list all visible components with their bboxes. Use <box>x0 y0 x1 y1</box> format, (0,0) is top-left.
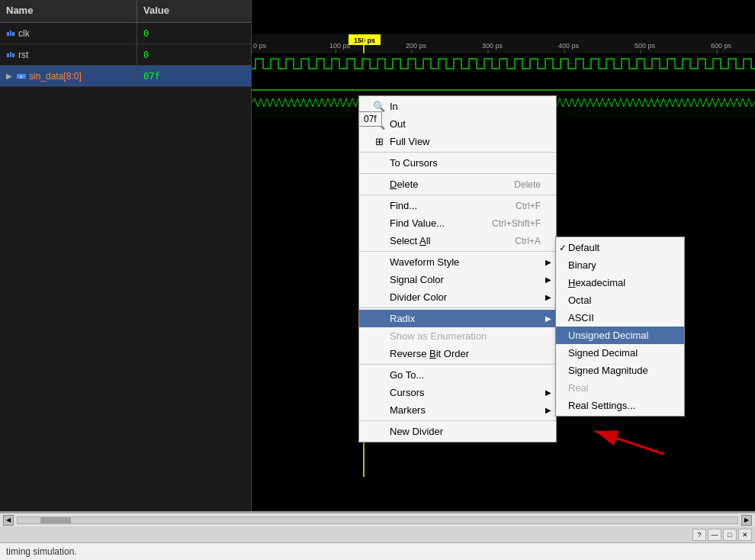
full-view-icon: ⊞ <box>371 136 387 147</box>
submenu-arrow: ▶ <box>545 314 551 323</box>
clk-label: clk <box>18 28 30 39</box>
scroll-track[interactable] <box>17 517 738 524</box>
svg-rect-4 <box>10 52 11 57</box>
signal-row-sin-data[interactable]: ▶ B sin_data[8:0] 07f <box>0 66 251 87</box>
signal-header-name: Name <box>0 0 137 22</box>
separator-4 <box>359 251 556 252</box>
reset-icon <box>6 50 15 60</box>
svg-rect-27 <box>252 75 755 96</box>
value-box: 07f <box>358 111 382 127</box>
submenu-item-default[interactable]: ✓ Default <box>556 239 684 256</box>
close-button[interactable]: ✕ <box>738 529 752 541</box>
signal-name-rst: rst <box>0 44 137 65</box>
submenu-arrow: ▶ <box>545 406 551 414</box>
bottom-panel: ◀ ▶ ? — □ ✕ timing simulation. <box>0 511 755 560</box>
separator-2 <box>359 173 556 174</box>
submenu-arrow: ▶ <box>545 388 551 397</box>
clk-value: 0 <box>137 25 155 42</box>
menu-item-zoom-out[interactable]: 🔍 Out <box>359 115 556 133</box>
check-icon: ✓ <box>559 243 567 253</box>
menu-item-zoom-in[interactable]: 🔍 In <box>359 98 556 115</box>
scroll-thumb[interactable] <box>40 517 71 523</box>
radix-submenu: ✓ Default Binary Hexadecimal Octal ASCII… <box>555 237 685 417</box>
submenu-item-unsigned-decimal[interactable]: Unsigned Decimal <box>556 327 684 344</box>
svg-rect-5 <box>12 53 14 57</box>
signal-name-clk: clk <box>0 23 137 43</box>
signal-row-rst[interactable]: rst 0 <box>0 44 251 66</box>
menu-item-waveform-style[interactable]: Waveform Style ▶ <box>359 253 556 271</box>
sin-data-label: sin_data[8:0] <box>29 71 82 82</box>
submenu-item-real-settings[interactable]: Real Settings... <box>556 397 684 414</box>
bus-icon: B <box>17 72 26 81</box>
submenu-item-hexadecimal[interactable]: Hexadecimal <box>556 274 684 291</box>
signal-name-sin-data: ▶ B sin_data[8:0] <box>0 66 137 86</box>
signal-header-value: Value <box>137 0 175 22</box>
menu-item-delete[interactable]: Delete Delete <box>359 175 556 193</box>
svg-rect-1 <box>10 31 11 36</box>
scrollbar-area: ◀ ▶ <box>0 513 755 526</box>
svg-text:200 ps: 200 ps <box>406 42 427 50</box>
submenu-item-octal[interactable]: Octal <box>556 291 684 309</box>
submenu-arrow: ▶ <box>545 293 551 301</box>
menu-item-signal-color[interactable]: Signal Color ▶ <box>359 271 556 288</box>
status-text: timing simulation. <box>0 543 755 560</box>
svg-text:150 ps: 150 ps <box>354 37 375 44</box>
menu-item-new-divider[interactable]: New Divider <box>359 423 556 440</box>
rst-value: 0 <box>137 47 155 63</box>
svg-text:0 ps: 0 ps <box>253 42 267 50</box>
menu-item-go-to[interactable]: Go To... <box>359 366 556 384</box>
sin-data-value: 07f <box>137 68 166 85</box>
menu-item-radix[interactable]: Radix ▶ <box>359 310 556 327</box>
bottom-toolbar: ? — □ ✕ <box>0 526 755 543</box>
svg-rect-2 <box>12 32 14 36</box>
menu-item-show-enum[interactable]: Show as Enumeration <box>359 327 556 345</box>
clock-icon <box>6 29 15 38</box>
rst-label: rst <box>18 50 28 60</box>
submenu-item-binary[interactable]: Binary <box>556 256 684 274</box>
svg-text:400 ps: 400 ps <box>558 42 580 50</box>
svg-text:500 ps: 500 ps <box>635 42 656 50</box>
svg-rect-3 <box>7 53 9 57</box>
svg-rect-0 <box>7 32 9 36</box>
scroll-right-arrow[interactable]: ▶ <box>741 515 752 526</box>
menu-item-find[interactable]: Find... Ctrl+F <box>359 197 556 214</box>
context-menu: 🔍 In 🔍 Out ⊞ Full View To Cursors Delete… <box>358 95 557 443</box>
maximize-button[interactable]: □ <box>723 529 737 541</box>
menu-item-markers[interactable]: Markers ▶ <box>359 401 556 419</box>
submenu-item-signed-decimal[interactable]: Signed Decimal <box>556 344 684 362</box>
submenu-item-ascii[interactable]: ASCII <box>556 309 684 327</box>
menu-item-divider-color[interactable]: Divider Color ▶ <box>359 288 556 306</box>
svg-text:100 ps: 100 ps <box>329 42 351 50</box>
menu-item-full-view[interactable]: ⊞ Full View <box>359 133 556 150</box>
help-button[interactable]: ? <box>692 529 706 541</box>
separator-6 <box>359 364 556 365</box>
scroll-left-arrow[interactable]: ◀ <box>3 515 14 526</box>
svg-text:300 ps: 300 ps <box>482 42 503 50</box>
submenu-item-signed-magnitude[interactable]: Signed Magnitude <box>556 362 684 379</box>
menu-item-select-all[interactable]: Select All Ctrl+A <box>359 232 556 249</box>
signal-header: Name Value <box>0 0 251 23</box>
minimize-button[interactable]: — <box>708 529 721 541</box>
menu-item-find-value[interactable]: Find Value... Ctrl+Shift+F <box>359 214 556 232</box>
svg-rect-26 <box>252 53 755 75</box>
separator-7 <box>359 420 556 421</box>
signal-row-clk[interactable]: clk 0 <box>0 23 251 44</box>
submenu-arrow: ▶ <box>545 275 551 284</box>
separator-3 <box>359 195 556 195</box>
svg-text:600 ps: 600 ps <box>711 42 732 50</box>
menu-item-cursors[interactable]: Cursors ▶ <box>359 384 556 401</box>
separator-1 <box>359 152 556 153</box>
signal-panel: Name Value clk 0 <box>0 0 252 511</box>
submenu-arrow: ▶ <box>545 258 551 266</box>
expand-icon: ▶ <box>6 72 12 80</box>
menu-item-reverse-bit[interactable]: Reverse Bit Order <box>359 345 556 362</box>
svg-rect-8 <box>252 34 755 53</box>
separator-5 <box>359 307 556 308</box>
submenu-item-real[interactable]: Real <box>556 379 684 397</box>
menu-item-to-cursors[interactable]: To Cursors <box>359 154 556 172</box>
zoom-in-icon: 🔍 <box>371 101 387 112</box>
